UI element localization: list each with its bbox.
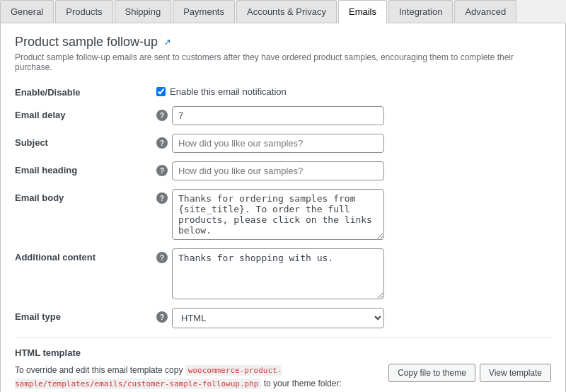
- tab-payments[interactable]: Payments: [173, 0, 235, 23]
- tab-shipping[interactable]: Shipping: [115, 0, 172, 23]
- email-type-select[interactable]: HTML Plain text Multipart: [172, 308, 384, 328]
- html-template-desc-middle: to your theme folder:: [264, 379, 342, 388]
- email-body-textarea[interactable]: Thanks for ordering samples from {site_t…: [172, 189, 384, 240]
- email-type-label: Email type: [15, 308, 156, 322]
- template-buttons: Copy file to theme View template: [388, 364, 551, 382]
- enable-label: Enable/Disable: [15, 83, 156, 98]
- page-description: Product sample follow-up emails are sent…: [15, 52, 551, 72]
- tab-emails[interactable]: Emails: [338, 0, 387, 23]
- email-body-label: Email body: [15, 189, 156, 203]
- subject-input[interactable]: [172, 134, 384, 153]
- email-body-control: ? Thanks for ordering samples from {site…: [156, 189, 551, 240]
- additional-content-help-icon[interactable]: ?: [156, 252, 168, 263]
- tab-advanced[interactable]: Advanced: [454, 0, 516, 23]
- view-template-button[interactable]: View template: [480, 364, 551, 382]
- email-heading-row: Email heading ?: [15, 161, 551, 180]
- email-heading-help-icon[interactable]: ?: [156, 165, 168, 176]
- email-delay-row: Email delay ?: [15, 106, 551, 125]
- html-template-desc-prefix: To override and edit this email template…: [15, 365, 183, 375]
- email-type-row: Email type ? HTML Plain text Multipart: [15, 308, 551, 328]
- tab-general[interactable]: General: [0, 0, 54, 23]
- html-template-row: To override and edit this email template…: [15, 364, 551, 392]
- enable-checkbox[interactable]: [156, 87, 166, 96]
- email-type-help-icon[interactable]: ?: [156, 311, 168, 323]
- email-type-control: ? HTML Plain text Multipart: [156, 308, 551, 328]
- content-area: Product sample follow-up ↗ Product sampl…: [0, 23, 566, 392]
- email-body-row: Email body ? Thanks for ordering samples…: [15, 189, 551, 240]
- subject-label: Subject: [15, 134, 156, 148]
- email-delay-help-icon[interactable]: ?: [156, 110, 168, 121]
- tab-products[interactable]: Products: [55, 0, 112, 23]
- tab-integration[interactable]: Integration: [388, 0, 453, 23]
- html-template-title: HTML template: [15, 347, 551, 358]
- subject-row: Subject ?: [15, 134, 551, 153]
- tab-accounts-privacy[interactable]: Accounts & Privacy: [236, 0, 337, 23]
- enable-row: Enable/Disable Enable this email notific…: [15, 83, 551, 98]
- subject-control: ?: [156, 134, 551, 153]
- enable-checkbox-label[interactable]: Enable this email notification: [156, 86, 287, 97]
- email-body-help-icon[interactable]: ?: [156, 192, 168, 204]
- email-heading-control: ?: [156, 161, 551, 180]
- enable-checkbox-text: Enable this email notification: [170, 86, 287, 97]
- subject-help-icon[interactable]: ?: [156, 137, 168, 149]
- enable-control: Enable this email notification: [156, 83, 551, 97]
- additional-content-row: Additional content ? Thanks for shopping…: [15, 248, 551, 299]
- tabs-bar: General Products Shipping Payments Accou…: [0, 0, 566, 23]
- email-heading-input[interactable]: [172, 161, 384, 180]
- email-delay-label: Email delay: [15, 106, 156, 120]
- page-title-link[interactable]: ↗: [163, 37, 171, 47]
- copy-file-to-theme-button[interactable]: Copy file to theme: [388, 364, 475, 382]
- html-template-section: HTML template To override and edit this …: [15, 337, 551, 392]
- additional-content-label: Additional content: [15, 248, 156, 263]
- email-delay-input[interactable]: [172, 106, 384, 125]
- page-title-text: Product sample follow-up: [15, 35, 158, 50]
- html-template-description: To override and edit this email template…: [15, 364, 377, 392]
- additional-content-textarea[interactable]: Thanks for shopping with us.: [172, 248, 384, 299]
- email-heading-label: Email heading: [15, 161, 156, 175]
- page-title-row: Product sample follow-up ↗: [15, 35, 551, 50]
- additional-content-control: ? Thanks for shopping with us.: [156, 248, 551, 299]
- email-delay-control: ?: [156, 106, 551, 125]
